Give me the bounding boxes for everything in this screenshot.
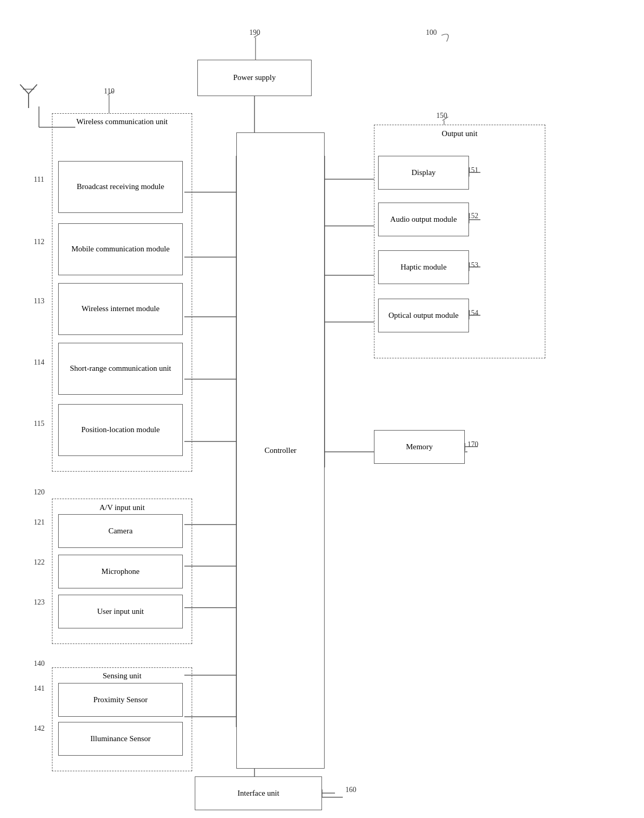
ref-141: 141	[34, 685, 45, 693]
ref-153: 153	[467, 261, 478, 270]
interface-unit-box: Interface unit	[195, 776, 322, 810]
ref-120: 120	[34, 488, 45, 497]
proximity-sensor-box: Proximity Sensor	[58, 683, 183, 717]
memory-box: Memory	[374, 430, 465, 464]
ref-150: 150	[436, 112, 447, 120]
output-unit-label: Output unit	[378, 129, 541, 139]
ref-111: 111	[34, 176, 44, 184]
ref-110: 110	[104, 87, 114, 96]
wireless-internet-box: Wireless internet module	[58, 283, 183, 335]
diagram: 100 190 Power supply 110 Wireless commun…	[0, 0, 644, 818]
user-input-box: User input unit	[58, 595, 183, 628]
ref-113: 113	[34, 297, 44, 305]
ref-115: 115	[34, 420, 44, 428]
ref-160: 160	[345, 786, 356, 794]
ref-170: 170	[467, 440, 478, 449]
audio-output-box: Audio output module	[378, 203, 469, 236]
ref-154: 154	[467, 309, 478, 317]
wireless-comm-unit-label: Wireless communication unit	[56, 117, 188, 127]
ref-142: 142	[34, 725, 45, 733]
short-range-box: Short-range communication unit	[58, 343, 183, 395]
haptic-module-box: Haptic module	[378, 250, 469, 284]
ref-152: 152	[467, 212, 478, 220]
microphone-box: Microphone	[58, 555, 183, 588]
ref-123: 123	[34, 598, 45, 607]
position-location-box: Position-location module	[58, 404, 183, 456]
ref-112: 112	[34, 238, 44, 246]
camera-box: Camera	[58, 514, 183, 548]
mobile-comm-box: Mobile communication module	[58, 223, 183, 275]
ref-114: 114	[34, 358, 44, 367]
ref-122: 122	[34, 558, 45, 567]
ref-190: 190	[249, 29, 260, 37]
ref-151: 151	[467, 166, 478, 175]
ref-140: 140	[34, 660, 45, 668]
illuminance-sensor-box: Illuminance Sensor	[58, 722, 183, 756]
broadcast-receiving-box: Broadcast receiving module	[58, 161, 183, 213]
av-input-label: A/V input unit	[56, 503, 188, 513]
ref-121: 121	[34, 518, 45, 527]
optical-output-box: Optical output module	[378, 299, 469, 332]
controller-box: Controller	[236, 132, 325, 769]
display-box: Display	[378, 156, 469, 190]
power-supply-box: Power supply	[197, 60, 312, 96]
sensing-unit-label: Sensing unit	[56, 671, 188, 681]
ref-100: 100	[426, 29, 437, 37]
antenna-icon	[18, 82, 39, 108]
